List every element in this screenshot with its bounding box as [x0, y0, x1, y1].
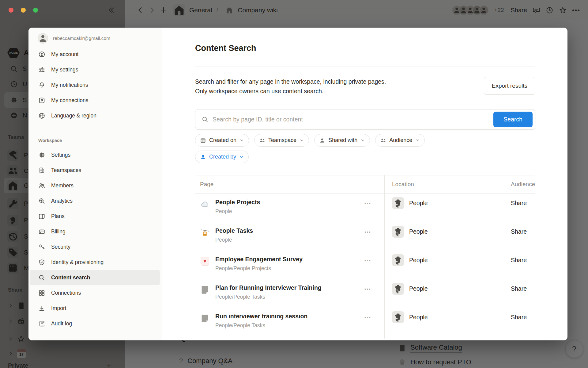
scroll-icon	[38, 320, 45, 327]
table-row[interactable]: People Tasks People ••• People Share	[195, 222, 535, 251]
settings-nav-my-account[interactable]: My account	[30, 47, 160, 62]
settings-nav-my-connections[interactable]: My connections	[30, 93, 160, 108]
column-header-location: Location	[384, 181, 511, 188]
settings-nav-identity-provisioning[interactable]: Identity & provisioning	[30, 255, 160, 270]
page-emoji-heart-icon: ♥	[200, 256, 210, 266]
people-icon	[259, 137, 265, 144]
chevron-down-icon	[239, 155, 244, 159]
content-search-input[interactable]: Search by page ID, title or content Sear…	[195, 109, 535, 130]
settings-nav-my-notifications[interactable]: My notifications	[30, 77, 160, 93]
download-icon	[38, 305, 45, 312]
settings-nav-billing[interactable]: Billing	[30, 224, 160, 239]
filter-created-by[interactable]: Created by	[195, 151, 249, 163]
close-window-button[interactable]	[9, 8, 13, 13]
minimize-window-button[interactable]	[21, 8, 26, 13]
column-divider	[384, 175, 385, 339]
column-header-page: Page	[195, 181, 384, 188]
table-header: Page Location Audience	[195, 175, 535, 194]
row-actions-button[interactable]: •••	[364, 286, 371, 292]
people-icon	[380, 137, 386, 144]
settings-nav-teamspaces[interactable]: Teamspaces	[30, 163, 160, 178]
row-actions-button[interactable]: •••	[364, 315, 371, 320]
sliders-icon	[38, 66, 45, 73]
settings-nav-plans[interactable]: Plans	[30, 209, 160, 224]
person-icon	[200, 154, 206, 160]
row-actions-button[interactable]: •••	[364, 201, 371, 206]
zoom-window-button[interactable]	[33, 8, 38, 13]
divider	[195, 67, 535, 67]
building-icon	[38, 167, 45, 174]
filter-teamspace[interactable]: Teamspace	[254, 134, 309, 147]
account-email: rebeccamcakir@gmail.com	[53, 36, 110, 41]
calendar-icon	[200, 137, 206, 144]
workspace-section-label: Workspace	[30, 134, 160, 147]
table-row[interactable]: People Projects People ••• People Share	[195, 194, 535, 222]
chevron-down-icon	[360, 138, 365, 143]
teamspace-flower-icon	[392, 283, 404, 295]
settings-nav-language-region[interactable]: Language & region	[30, 108, 160, 123]
map-icon	[38, 213, 45, 220]
person-circle-icon	[38, 51, 45, 58]
settings-nav-settings[interactable]: Settings	[30, 147, 160, 163]
export-results-button[interactable]: Export results	[484, 77, 535, 95]
settings-nav-import[interactable]: Import	[30, 301, 160, 316]
shield-check-icon	[38, 259, 45, 266]
filter-shared-with[interactable]: Shared with	[314, 134, 370, 147]
column-header-audience: Audience	[511, 181, 535, 188]
page-emoji-tramway-icon	[200, 228, 210, 238]
filter-created-on[interactable]: Created on	[195, 134, 249, 147]
settings-nav-audit-log[interactable]: Audit log	[30, 316, 160, 331]
content-search-panel: Content Search Search and filter for any…	[162, 28, 567, 340]
globe-icon	[38, 112, 45, 119]
gear-icon	[38, 151, 45, 159]
table-row[interactable]: Run interviewer training session People/…	[195, 308, 535, 336]
settings-nav-analytics[interactable]: Analytics	[30, 193, 160, 209]
audience-value: Share	[511, 251, 535, 279]
grid-icon	[38, 289, 45, 297]
bell-icon	[38, 82, 45, 89]
audience-value: Share	[511, 279, 535, 308]
row-actions-button[interactable]: •••	[364, 258, 371, 263]
members-icon	[38, 182, 45, 189]
search-icon	[202, 116, 209, 123]
page-emoji-cloud-icon	[200, 199, 210, 209]
teamspace-flower-icon	[392, 311, 404, 323]
arrow-out-square-icon	[38, 97, 45, 104]
key-icon	[38, 243, 45, 251]
notion-window: General / Company wiki +22 Share •••	[0, 0, 588, 368]
account-email-row: rebeccamcakir@gmail.com	[30, 30, 160, 47]
chevron-down-icon	[239, 138, 244, 143]
chevron-down-icon	[415, 138, 420, 143]
table-row[interactable]: Plan for Running Interviewer Training Pe…	[195, 279, 535, 308]
filter-audience[interactable]: Audience	[375, 134, 425, 147]
results-table: Page Location Audience People Projects P…	[195, 175, 535, 339]
person-icon	[319, 137, 325, 144]
settings-nav-content-search[interactable]: Content search	[30, 270, 160, 285]
row-actions-button[interactable]: •••	[364, 229, 371, 235]
chevron-down-icon	[300, 138, 304, 143]
audience-value: Share	[511, 308, 535, 336]
settings-nav-security[interactable]: Security	[30, 239, 160, 255]
account-avatar	[38, 33, 48, 44]
settings-nav-members[interactable]: Members	[30, 178, 160, 193]
search-button[interactable]: Search	[493, 112, 533, 127]
settings-sidebar: rebeccamcakir@gmail.com My account My se…	[28, 28, 162, 340]
teamspace-flower-icon	[392, 226, 404, 238]
search-icon	[38, 274, 45, 281]
settings-nav-my-settings[interactable]: My settings	[30, 62, 160, 77]
page-document-icon	[200, 285, 210, 295]
page-document-icon	[200, 313, 210, 323]
table-row[interactable]: ♥ Employee Engagement Survey People/Peop…	[195, 251, 535, 279]
credit-card-icon	[38, 228, 45, 235]
magnifier-plus-icon	[38, 197, 45, 205]
audience-value: Share	[511, 222, 535, 251]
window-controls	[9, 8, 38, 13]
teamspace-flower-icon	[392, 197, 404, 209]
settings-modal: rebeccamcakir@gmail.com My account My se…	[28, 28, 567, 340]
page-title: Content Search	[195, 28, 535, 53]
page-description: Search and filter for any page in the wo…	[195, 77, 386, 96]
teamspace-flower-icon	[392, 254, 404, 266]
search-placeholder: Search by page ID, title or content	[213, 116, 493, 123]
settings-nav-connections[interactable]: Connections	[30, 285, 160, 301]
audience-value: Share	[511, 194, 535, 222]
